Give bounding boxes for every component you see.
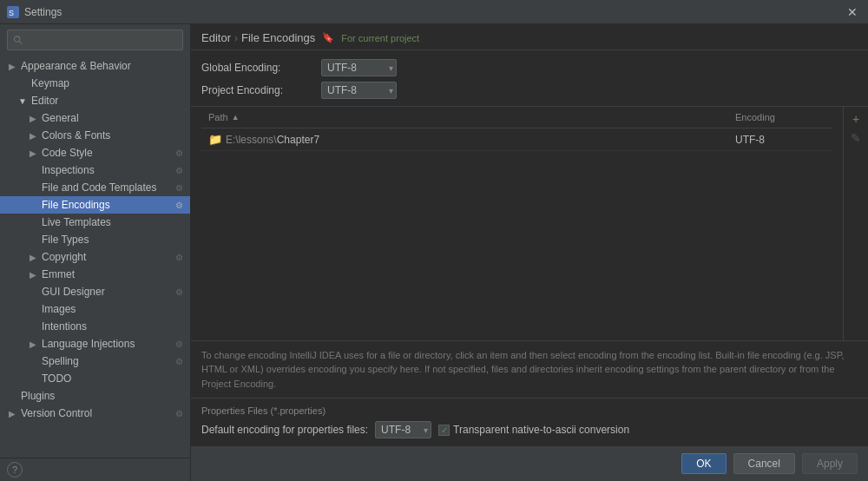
col-encoding-label: Encoding <box>735 112 775 122</box>
sidebar-item-label: Live Templates <box>42 216 111 228</box>
sidebar-item-editor[interactable]: ▼ Editor <box>0 92 190 109</box>
project-encoding-select-wrapper[interactable]: UTF-8 UTF-16 ISO-8859-1 <box>321 82 397 99</box>
cancel-button[interactable]: Cancel <box>733 453 795 474</box>
sidebar-item-label: TODO <box>42 372 71 385</box>
arrow-icon: ▶ <box>7 408 17 418</box>
table-row[interactable]: 📁 E:\lessons\Chapter7 UTF-8 <box>201 128 832 151</box>
edit-button[interactable]: ✎ <box>847 129 865 147</box>
content-area: Editor › File Encodings 🔖 For current pr… <box>191 24 868 481</box>
window-title: Settings <box>24 6 62 18</box>
settings-icon: ⚙ <box>175 409 183 418</box>
title-bar: S Settings ✕ <box>0 0 868 24</box>
svg-point-2 <box>14 36 19 42</box>
sidebar-item-label: Appearance & Behavior <box>21 60 131 72</box>
path-text: E:\lessons\Chapter7 <box>226 134 319 146</box>
sidebar-item-label: Code Style <box>42 147 93 159</box>
scope-text: For current project <box>341 33 419 43</box>
global-encoding-row: Global Encoding: UTF-8 UTF-16 ISO-8859-1 <box>201 59 858 76</box>
transparent-checkbox[interactable] <box>438 425 450 436</box>
sidebar-item-label: GUI Designer <box>42 286 105 298</box>
sidebar-item-code-style[interactable]: ▶ Code Style ⚙ <box>0 144 190 161</box>
sidebar-item-file-types[interactable]: ▶ File Types <box>0 231 190 248</box>
arrow-icon: ▶ <box>28 252 38 262</box>
settings-icon: ⚙ <box>175 339 183 349</box>
sidebar-item-inspections[interactable]: ▶ Inspections ⚙ <box>0 161 190 179</box>
global-encoding-select[interactable]: UTF-8 UTF-16 ISO-8859-1 <box>321 59 397 76</box>
properties-encoding-select[interactable]: UTF-8 UTF-16 <box>375 421 431 438</box>
folder-icon: 📁 <box>208 133 222 146</box>
apply-button[interactable]: Apply <box>802 453 858 474</box>
arrow-icon: ▶ <box>28 339 38 349</box>
global-encoding-label: Global Encoding: <box>201 62 314 74</box>
sidebar-item-gui-designer[interactable]: ▶ GUI Designer ⚙ <box>0 283 190 300</box>
global-encoding-select-wrapper[interactable]: UTF-8 UTF-16 ISO-8859-1 <box>321 59 397 76</box>
sidebar-item-language-injections[interactable]: ▶ Language Injections ⚙ <box>0 335 190 353</box>
sidebar-item-label: Keymap <box>31 77 69 89</box>
sidebar-item-plugins[interactable]: ▶ Plugins <box>0 387 190 405</box>
svg-line-3 <box>19 42 22 44</box>
arrow-icon: ▶ <box>28 269 38 280</box>
sidebar-item-label: Emmet <box>42 268 75 280</box>
sidebar-item-label: Copyright <box>42 251 86 263</box>
sidebar-item-live-templates[interactable]: ▶ Live Templates <box>0 214 190 231</box>
ok-button[interactable]: OK <box>681 453 726 474</box>
footer: OK Cancel Apply <box>191 445 868 481</box>
sidebar-item-emmet[interactable]: ▶ Emmet <box>0 266 190 283</box>
breadcrumb-parent: Editor <box>201 31 231 44</box>
properties-encoding-select-wrapper[interactable]: UTF-8 UTF-16 <box>375 421 431 438</box>
svg-text:S: S <box>9 9 14 17</box>
add-button[interactable]: + <box>847 110 865 128</box>
search-box[interactable] <box>7 30 183 50</box>
table-area: Path ▲ Encoding 📁 E:\lessons\Ch <box>191 107 868 398</box>
project-encoding-select[interactable]: UTF-8 UTF-16 ISO-8859-1 <box>321 82 397 99</box>
sidebar-item-label: Colors & Fonts <box>42 129 110 142</box>
sidebar-item-appearance[interactable]: ▶ Appearance & Behavior <box>0 57 190 75</box>
arrow-icon: ▼ <box>17 96 28 106</box>
sidebar-item-general[interactable]: ▶ General <box>0 109 190 127</box>
settings-icon: ⚙ <box>175 253 183 262</box>
encoding-settings: Global Encoding: UTF-8 UTF-16 ISO-8859-1… <box>191 50 868 107</box>
col-path-label: Path <box>208 112 228 122</box>
table-cell-encoding: UTF-8 <box>728 132 832 148</box>
transparent-checkbox-wrapper[interactable]: Transparent native-to-ascii conversion <box>438 424 629 436</box>
help-button[interactable]: ? <box>7 462 23 478</box>
table-cell-path: 📁 E:\lessons\Chapter7 <box>201 131 728 148</box>
sidebar-item-keymap[interactable]: ▶ Keymap <box>0 75 190 92</box>
arrow-icon: ▶ <box>28 148 38 158</box>
main-layout: ▶ Appearance & Behavior ▶ Keymap ▼ Edito… <box>0 24 868 481</box>
sidebar-item-spelling[interactable]: ▶ Spelling ⚙ <box>0 353 190 370</box>
table-with-actions: Path ▲ Encoding 📁 E:\lessons\Ch <box>191 107 868 340</box>
settings-icon: ⚙ <box>175 201 183 210</box>
arrow-icon: ▶ <box>28 130 38 141</box>
sidebar-item-version-control[interactable]: ▶ Version Control ⚙ <box>0 405 190 422</box>
arrow-icon: ▶ <box>7 61 17 71</box>
close-button[interactable]: ✕ <box>844 3 861 21</box>
project-encoding-row: Project Encoding: UTF-8 UTF-16 ISO-8859-… <box>201 82 858 99</box>
sidebar-item-colors-fonts[interactable]: ▶ Colors & Fonts <box>0 127 190 144</box>
breadcrumb-current: File Encodings <box>241 31 315 44</box>
sidebar-item-todo[interactable]: ▶ TODO <box>0 370 190 387</box>
col-path-header[interactable]: Path ▲ <box>201 110 728 124</box>
scope-icon: 🔖 <box>322 32 334 43</box>
table-actions: + ✎ <box>843 107 868 340</box>
sidebar-item-label: General <box>42 112 79 124</box>
settings-icon: ⚙ <box>175 148 183 158</box>
sidebar-bottom: ? <box>0 458 190 481</box>
sidebar-item-file-code-templates[interactable]: ▶ File and Code Templates ⚙ <box>0 179 190 196</box>
path-name: Chapter7 <box>277 134 319 146</box>
sidebar-item-label: Inspections <box>42 164 95 176</box>
sidebar-item-label: File Encodings <box>42 199 110 211</box>
path-prefix: E:\lessons\ <box>226 134 277 146</box>
title-bar-left: S Settings <box>7 6 62 18</box>
sidebar-item-images[interactable]: ▶ Images <box>0 300 190 318</box>
col-encoding-header: Encoding <box>728 110 832 124</box>
sidebar-item-label: Version Control <box>21 407 92 419</box>
sidebar-item-intentions[interactable]: ▶ Intentions <box>0 318 190 335</box>
sidebar-item-label: Language Injections <box>42 338 135 350</box>
hint-text: To change encoding IntelliJ IDEA uses fo… <box>191 340 868 399</box>
sidebar-item-file-encodings[interactable]: ▶ File Encodings ⚙ <box>0 196 190 214</box>
sidebar-item-copyright[interactable]: ▶ Copyright ⚙ <box>0 248 190 266</box>
sidebar-item-label: File and Code Templates <box>42 181 157 194</box>
sidebar-item-label: Images <box>42 303 76 315</box>
search-input[interactable] <box>26 34 177 46</box>
